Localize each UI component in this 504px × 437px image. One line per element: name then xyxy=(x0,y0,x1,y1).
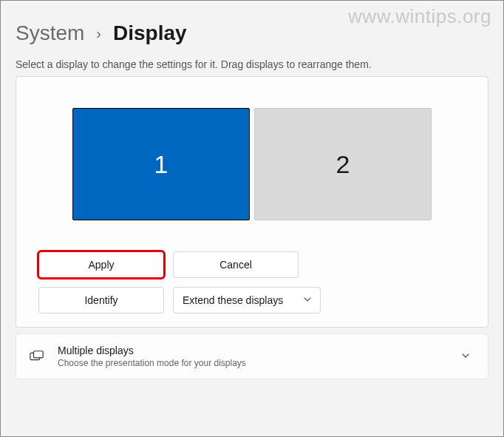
multiple-displays-icon xyxy=(30,349,44,364)
identify-dropdown-row: Identify Extend these displays xyxy=(38,287,466,314)
apply-cancel-row: Apply Cancel xyxy=(38,251,466,278)
monitors-row: 1 2 xyxy=(38,108,466,220)
chevron-right-icon: › xyxy=(96,25,101,42)
watermark-text: www.wintips.org xyxy=(348,5,491,28)
helper-text: Select a display to change the settings … xyxy=(16,58,488,70)
breadcrumb-system[interactable]: System xyxy=(16,21,84,45)
card-text-block: Multiple displays Choose the presentatio… xyxy=(58,345,448,368)
chevron-down-icon xyxy=(304,295,311,305)
chevron-down-icon xyxy=(461,350,474,362)
card-subtitle: Choose the presentation mode for your di… xyxy=(58,358,448,368)
multiple-displays-card[interactable]: Multiple displays Choose the presentatio… xyxy=(16,333,488,379)
display-mode-dropdown[interactable]: Extend these displays xyxy=(173,287,321,314)
breadcrumb-current: Display xyxy=(113,21,187,45)
svg-rect-1 xyxy=(33,351,43,358)
monitor-2[interactable]: 2 xyxy=(254,108,432,220)
cancel-button[interactable]: Cancel xyxy=(173,251,299,278)
monitor-1-label: 1 xyxy=(154,150,168,179)
monitor-2-label: 2 xyxy=(336,150,350,179)
monitor-1[interactable]: 1 xyxy=(72,108,250,220)
settings-content: System › Display Select a display to cha… xyxy=(1,1,503,379)
apply-button[interactable]: Apply xyxy=(38,251,164,278)
dropdown-selected-label: Extend these displays xyxy=(183,294,283,306)
display-arrangement-panel: 1 2 Apply Cancel Identify Extend these d… xyxy=(16,76,488,328)
card-title: Multiple displays xyxy=(58,345,448,356)
identify-button[interactable]: Identify xyxy=(38,287,164,314)
